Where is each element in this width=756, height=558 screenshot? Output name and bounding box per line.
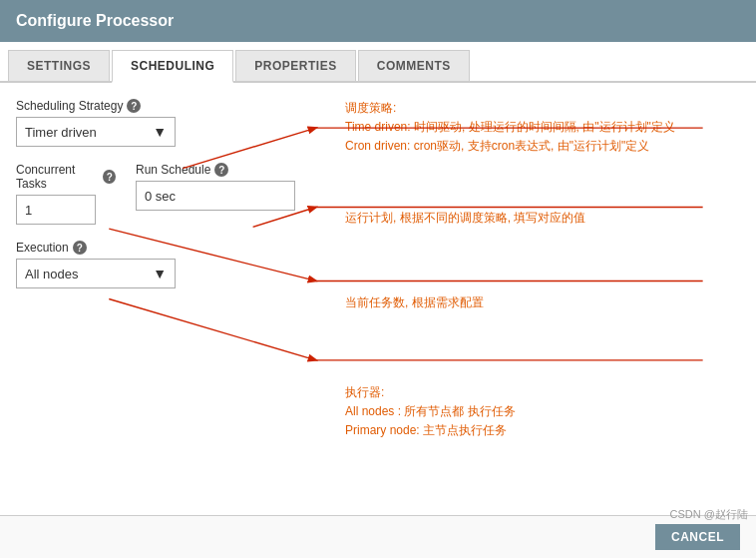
concurrent-tasks-input-container <box>16 195 116 225</box>
tab-comments[interactable]: COMMENTS <box>358 50 470 81</box>
execution-group: Execution ? All nodes ▼ <box>16 241 295 288</box>
run-schedule-help-icon[interactable]: ? <box>214 163 228 177</box>
cancel-button[interactable]: CANCEL <box>655 524 740 550</box>
scheduling-strategy-dropdown[interactable]: Timer driven ▼ <box>16 117 176 147</box>
run-schedule-input[interactable] <box>136 181 295 211</box>
dialog-footer: CANCEL <box>0 515 756 558</box>
run-schedule-input-container <box>136 181 295 211</box>
execution-label: Execution ? <box>16 241 295 255</box>
annotation-strategy: 调度策略: Time driven: 时间驱动, 处理运行的时间间隔, 由"运行… <box>345 99 675 157</box>
tab-settings[interactable]: SETTINGS <box>8 50 110 81</box>
scheduling-strategy-help-icon[interactable]: ? <box>127 99 141 113</box>
concurrent-tasks-input[interactable] <box>16 195 96 225</box>
annotation-concurrent-text: 当前任务数, 根据需求配置 <box>345 293 484 312</box>
concurrent-tasks-help-icon[interactable]: ? <box>103 170 116 184</box>
annotation-strategy-line1: Time driven: 时间驱动, 处理运行的时间间隔, 由"运行计划"定义 <box>345 118 675 137</box>
scheduling-strategy-arrow-icon: ▼ <box>153 124 167 140</box>
annotation-concurrent: 当前任务数, 根据需求配置 <box>345 293 484 312</box>
dialog-title: Configure Processor <box>16 12 174 30</box>
watermark: CSDN @赵行陆 <box>670 507 748 522</box>
configure-processor-dialog: Configure Processor SETTINGS SCHEDULING … <box>0 0 756 558</box>
content-area: Scheduling Strategy ? Timer driven ▼ Con… <box>0 83 756 515</box>
tab-scheduling[interactable]: SCHEDULING <box>112 50 233 83</box>
concurrent-tasks-group: Concurrent Tasks ? <box>16 163 116 225</box>
scheduling-strategy-group: Scheduling Strategy ? Timer driven ▼ <box>16 99 295 147</box>
annotation-execution-line1: All nodes : 所有节点都 执行任务 <box>345 402 516 421</box>
annotation-strategy-line2: Cron driven: cron驱动, 支持cron表达式, 由"运行计划"定… <box>345 137 675 156</box>
execution-input-container: All nodes ▼ <box>16 259 295 288</box>
right-panel: 调度策略: Time driven: 时间驱动, 处理运行的时间间隔, 由"运行… <box>295 99 740 499</box>
scheduling-strategy-value: Timer driven <box>25 125 97 140</box>
execution-help-icon[interactable]: ? <box>73 241 87 255</box>
row-fields: Concurrent Tasks ? Run Schedule ? <box>16 163 295 241</box>
annotation-execution-title: 执行器: <box>345 383 516 402</box>
dialog-header: Configure Processor <box>0 0 756 42</box>
execution-value: All nodes <box>25 267 78 281</box>
scheduling-strategy-label: Scheduling Strategy ? <box>16 99 295 113</box>
execution-arrow-icon: ▼ <box>153 266 167 281</box>
annotation-run-schedule-text: 运行计划, 根据不同的调度策略, 填写对应的值 <box>345 209 585 228</box>
scheduling-strategy-input-container: Timer driven ▼ <box>16 117 295 147</box>
run-schedule-label: Run Schedule ? <box>136 163 295 177</box>
tabs-bar: SETTINGS SCHEDULING PROPERTIES COMMENTS <box>0 42 756 83</box>
annotation-execution-line2: Primary node: 主节点执行任务 <box>345 421 516 440</box>
concurrent-tasks-label: Concurrent Tasks ? <box>16 163 116 191</box>
left-panel: Scheduling Strategy ? Timer driven ▼ Con… <box>16 99 295 499</box>
annotation-strategy-title: 调度策略: <box>345 99 675 118</box>
run-schedule-group: Run Schedule ? <box>136 163 295 211</box>
annotation-execution: 执行器: All nodes : 所有节点都 执行任务 Primary node… <box>345 383 516 441</box>
tab-properties[interactable]: PROPERTIES <box>235 50 355 81</box>
execution-dropdown[interactable]: All nodes ▼ <box>16 259 176 288</box>
annotation-run-schedule: 运行计划, 根据不同的调度策略, 填写对应的值 <box>345 209 585 228</box>
